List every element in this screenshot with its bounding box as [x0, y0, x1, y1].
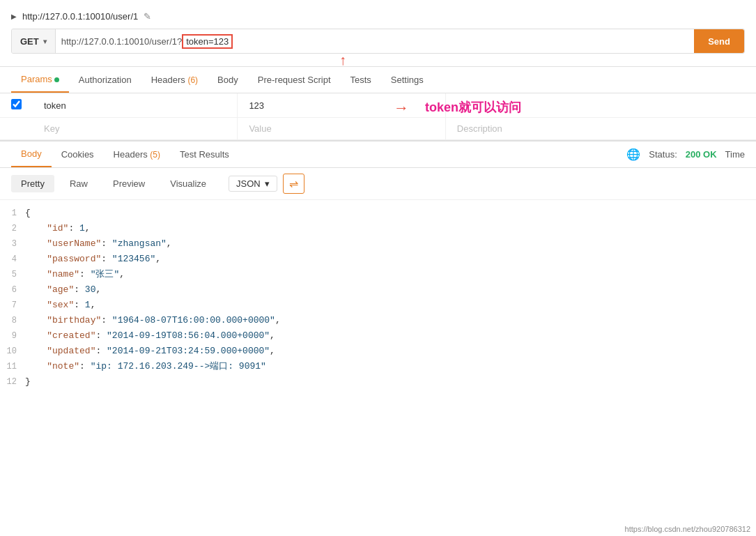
url-section: ▶ http://127.0.0.1:10010/user/1 ✎ GET ▾ …: [0, 0, 756, 67]
line-num-3: 3: [0, 236, 25, 252]
annotation-arrow-up: ↑: [339, 52, 346, 68]
tab-params[interactable]: Params: [11, 67, 69, 93]
url-input[interactable]: http://127.0.0.1:10010/user/1?token=123: [56, 34, 694, 49]
line-num-10: 10: [0, 344, 25, 359]
params-table: token 123 Key Value Description: [0, 93, 756, 140]
status-label: Status:: [649, 149, 677, 160]
line-content-4: "password": "123456",: [25, 252, 756, 267]
status-value: 200 OK: [686, 149, 717, 160]
code-line-9: 9 "created": "2014-09-19T08:56:04.000+00…: [0, 328, 756, 344]
globe-icon[interactable]: 🌐: [626, 148, 640, 161]
time-label: Time: [725, 149, 745, 160]
line-num-6: 6: [0, 282, 25, 298]
response-tab-body-label: Body: [21, 148, 42, 159]
format-bar: Pretty Raw Preview Visualize JSON ▾ ⇌: [0, 168, 756, 200]
line-num-11: 11: [0, 359, 25, 374]
response-tab-body[interactable]: Body: [11, 141, 52, 167]
line-num-7: 7: [0, 298, 25, 313]
method-selector[interactable]: GET ▾: [12, 29, 56, 53]
line-content-1: {: [25, 206, 756, 221]
url-display: http://127.0.0.1:10010/user/1?token=123: [61, 34, 233, 49]
json-response-area[interactable]: 1 { 2 "id": 1, 3 "userName": "zhangsan",…: [0, 200, 756, 395]
line-content-11: "note": "ip: 172.16.203.249-->端口: 9091": [25, 359, 756, 374]
line-num-9: 9: [0, 328, 25, 344]
tab-prerequest[interactable]: Pre-request Script: [248, 68, 341, 92]
response-tab-testresults-label: Test Results: [180, 149, 229, 160]
code-line-12: 12 }: [0, 374, 756, 390]
param-desc-cell: [445, 93, 756, 118]
line-content-10: "updated": "2014-09-21T03:24:59.000+0000…: [25, 344, 756, 359]
code-line-11: 11 "note": "ip: 172.16.203.249-->端口: 909…: [0, 359, 756, 374]
code-line-4: 4 "password": "123456",: [0, 252, 756, 267]
url-annotation-area: ↑: [22, 54, 745, 66]
line-num-8: 8: [0, 313, 25, 328]
tab-authorization-label: Authorization: [79, 75, 132, 85]
code-line-7: 7 "sex": 1,: [0, 298, 756, 313]
line-content-9: "created": "2014-09-19T08:56:04.000+0000…: [25, 328, 756, 344]
send-button[interactable]: Send: [694, 29, 744, 53]
request-title: ▶ http://127.0.0.1:10010/user/1 ✎: [11, 7, 745, 29]
format-select[interactable]: JSON ▾: [229, 176, 277, 192]
response-status-area: 🌐 Status: 200 OK Time: [626, 148, 745, 161]
tab-settings-label: Settings: [391, 75, 424, 85]
edit-icon[interactable]: ✎: [144, 11, 151, 22]
line-num-1: 1: [0, 206, 25, 221]
response-tabs-bar: Body Cookies Headers (5) Test Results 🌐 …: [0, 141, 756, 168]
tab-params-label: Params: [21, 74, 52, 84]
response-tab-headers[interactable]: Headers (5): [104, 142, 170, 167]
method-chevron-icon: ▾: [43, 38, 47, 45]
wrap-button[interactable]: ⇌: [283, 174, 304, 194]
param-checkbox-cell[interactable]: [0, 93, 33, 118]
collapse-arrow[interactable]: ▶: [11, 13, 17, 20]
code-line-3: 3 "userName": "zhangsan",: [0, 236, 756, 252]
code-line-10: 10 "updated": "2014-09-21T03:24:59.000+0…: [0, 344, 756, 359]
token-param-highlight: token=123: [182, 34, 233, 49]
empty-desc-cell[interactable]: Description: [445, 118, 756, 140]
response-section: Body Cookies Headers (5) Test Results 🌐 …: [0, 140, 756, 395]
request-tabs-bar: Params Authorization Headers (6) Body Pr…: [0, 67, 756, 93]
tab-body[interactable]: Body: [208, 68, 248, 92]
code-line-6: 6 "age": 30,: [0, 282, 756, 298]
tab-prerequest-label: Pre-request Script: [258, 75, 331, 85]
tab-settings[interactable]: Settings: [381, 68, 433, 92]
tab-headers-label: Headers: [151, 75, 188, 85]
line-num-12: 12: [0, 374, 25, 390]
headers-badge: (6): [187, 75, 198, 85]
line-num-4: 4: [0, 252, 25, 267]
response-tab-headers-label: Headers: [114, 149, 151, 160]
response-tab-testresults[interactable]: Test Results: [170, 142, 239, 167]
method-label: GET: [20, 36, 39, 47]
format-btn-pretty[interactable]: Pretty: [11, 175, 54, 192]
empty-value-cell[interactable]: Value: [238, 118, 445, 140]
params-dot: [54, 77, 59, 82]
param-checkbox[interactable]: [11, 99, 22, 109]
param-value-cell[interactable]: 123: [238, 93, 445, 118]
tab-authorization[interactable]: Authorization: [69, 68, 141, 92]
format-btn-preview[interactable]: Preview: [103, 175, 155, 192]
code-line-5: 5 "name": "张三",: [0, 267, 756, 282]
empty-key-cell[interactable]: Key: [33, 118, 238, 140]
line-content-12: }: [25, 374, 756, 390]
format-btn-raw[interactable]: Raw: [60, 175, 98, 192]
line-content-8: "birthday": "1964-08-07T16:00:00.000+000…: [25, 313, 756, 328]
line-num-5: 5: [0, 267, 25, 282]
line-content-2: "id": 1,: [25, 221, 756, 236]
params-area: token 123 Key Value Description → token就…: [0, 93, 756, 140]
response-headers-badge: (5): [150, 150, 160, 160]
wrap-icon: ⇌: [289, 177, 298, 190]
line-num-2: 2: [0, 221, 25, 236]
code-line-8: 8 "birthday": "1964-08-07T16:00:00.000+0…: [0, 313, 756, 328]
code-line-2: 2 "id": 1,: [0, 221, 756, 236]
tab-tests-label: Tests: [350, 75, 371, 85]
response-tab-cookies[interactable]: Cookies: [52, 142, 104, 167]
tab-headers[interactable]: Headers (6): [141, 68, 208, 92]
table-row: token 123: [0, 93, 756, 118]
line-content-5: "name": "张三",: [25, 267, 756, 282]
format-btn-visualize[interactable]: Visualize: [160, 175, 216, 192]
url-bar: GET ▾ http://127.0.0.1:10010/user/1?toke…: [11, 29, 745, 54]
request-url-title: http://127.0.0.1:10010/user/1: [22, 11, 138, 22]
tab-tests[interactable]: Tests: [341, 68, 381, 92]
line-content-6: "age": 30,: [25, 282, 756, 298]
param-key-cell[interactable]: token: [33, 93, 238, 118]
tab-body-label: Body: [217, 75, 238, 85]
